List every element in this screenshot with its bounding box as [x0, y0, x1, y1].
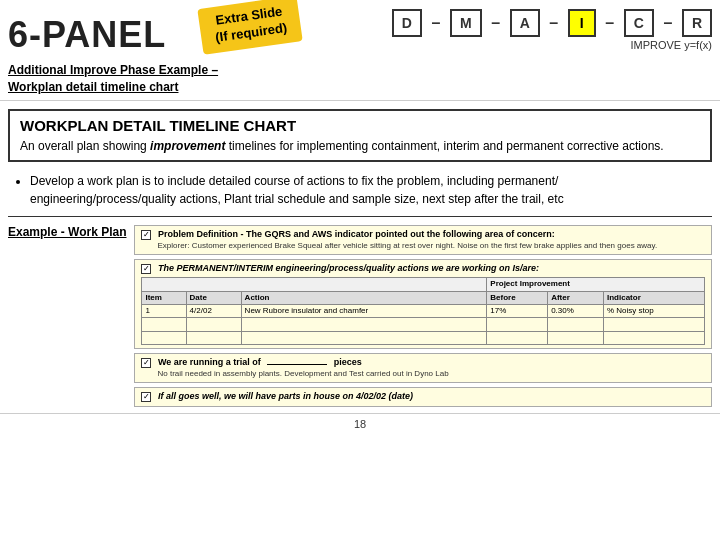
proj-improvement-label [142, 278, 487, 291]
dmaic-d: D [392, 9, 422, 37]
trial-blank [267, 364, 327, 365]
section-desc: An overall plan showing improvement time… [20, 138, 700, 155]
wp-row-1: Problem Definition - The GQRS and AWS in… [134, 225, 712, 255]
dmaic-bar: D – M – A – I – C – R [392, 9, 712, 37]
col-action: Action [241, 291, 487, 304]
cell-item: 1 [142, 304, 186, 317]
cell-after: 0.30% [548, 304, 604, 317]
example-label: Example - Work Plan [8, 225, 126, 406]
dmaic-dash5: – [654, 14, 682, 32]
page-number: 18 [354, 418, 366, 430]
col-item: Item [142, 291, 186, 304]
bullet-item: Develop a work plan is to include detail… [30, 172, 706, 208]
dmaic-dash2: – [482, 14, 510, 32]
dmaic-c: C [624, 9, 654, 37]
header: 6-PANEL Extra Slide(If required) D – M –… [0, 0, 720, 60]
col-after: After [548, 291, 604, 304]
wp-row-2: The PERMANENT/INTERIM engineering/proces… [134, 259, 712, 349]
dmaic-m: M [450, 9, 482, 37]
footer: 18 [0, 413, 720, 434]
subtitle-area: Additional Improve Phase Example – Workp… [0, 60, 720, 101]
dmaic-a: A [510, 9, 540, 37]
example-area: Example - Work Plan Problem Definition -… [0, 221, 720, 410]
dmaic-wrapper: D – M – A – I – C – R IMPROVE y=f(x) [392, 9, 712, 51]
wp-row-1-sub: Explorer: Customer experienced Brake Squ… [157, 241, 705, 251]
wp-row-1-title: Problem Definition - The GQRS and AWS in… [158, 229, 555, 239]
subtitle-text: Additional Improve Phase Example – Workp… [8, 62, 712, 96]
dmaic-dash3: – [540, 14, 568, 32]
proj-improvement-value: Project Improvement [487, 278, 705, 291]
divider [8, 216, 712, 217]
improve-label: IMPROVE y=f(x) [630, 39, 712, 51]
wp-row-2-title: The PERMANENT/INTERIM engineering/proces… [158, 263, 539, 273]
section-box: WORKPLAN DETAIL TIMELINE CHART An overal… [8, 109, 712, 163]
wp-row-3-title: We are running a trial of pieces [158, 357, 362, 367]
cell-indicator: % Noisy stop [603, 304, 704, 317]
col-before: Before [487, 291, 548, 304]
table-row-empty [142, 318, 705, 331]
table-row: 1 4/2/02 New Rubore insulator and chamfe… [142, 304, 705, 317]
col-indicator: Indicator [603, 291, 704, 304]
checkbox-1 [141, 230, 151, 240]
dmaic-r: R [682, 9, 712, 37]
checkbox-4 [141, 392, 151, 402]
wp-row-3: We are running a trial of pieces No trai… [134, 353, 712, 383]
wp-row-3-sub: No trail needed in assembly plants. Deve… [157, 369, 705, 379]
title-6panel: 6-PANEL [8, 17, 166, 53]
bullet-section: Develop a work plan is to include detail… [0, 168, 720, 212]
wp-row-4-title: If all goes well, we will have parts in … [158, 391, 413, 401]
workplan-tables: Problem Definition - The GQRS and AWS in… [134, 225, 712, 406]
extra-slide-badge: Extra Slide(If required) [197, 0, 303, 55]
cell-before: 17% [487, 304, 548, 317]
dmaic-dash1: – [422, 14, 450, 32]
cell-action: New Rubore insulator and chamfer [241, 304, 487, 317]
section-title: WORKPLAN DETAIL TIMELINE CHART [20, 117, 700, 134]
table-row-empty2 [142, 331, 705, 344]
wp-row-4: If all goes well, we will have parts in … [134, 387, 712, 407]
checkbox-3 [141, 358, 151, 368]
checkbox-2 [141, 264, 151, 274]
inner-table: Project Improvement Item Date Action Bef… [141, 277, 705, 345]
dmaic-i: I [568, 9, 596, 37]
cell-date: 4/2/02 [186, 304, 241, 317]
col-date: Date [186, 291, 241, 304]
dmaic-dash4: – [596, 14, 624, 32]
